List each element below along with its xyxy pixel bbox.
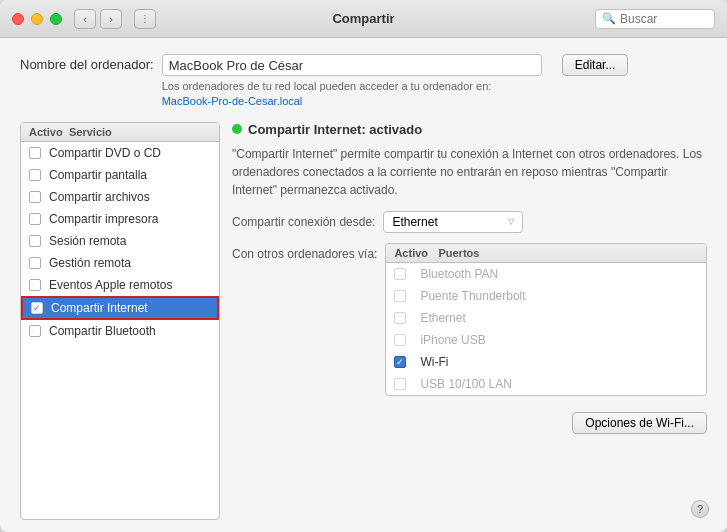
net-active-col-header: Activo bbox=[394, 247, 438, 259]
titlebar: ‹ › ⋮ Compartir 🔍 bbox=[0, 0, 727, 38]
service-checkbox-eventos[interactable] bbox=[29, 279, 41, 291]
main-window: ‹ › ⋮ Compartir 🔍 Nombre del ordenador: … bbox=[0, 0, 727, 532]
window-title: Compartir bbox=[332, 11, 394, 26]
network-label-ethernet: Ethernet bbox=[420, 311, 465, 325]
back-button[interactable]: ‹ bbox=[74, 9, 96, 29]
network-item-thunderbolt[interactable]: Puente Thunderbolt bbox=[386, 285, 706, 307]
content-area: Nombre del ordenador: Editar... Los orde… bbox=[0, 38, 727, 532]
status-title: Compartir Internet: activado bbox=[248, 122, 422, 137]
computer-name-label: Nombre del ordenador: bbox=[20, 54, 162, 72]
computer-name-input[interactable] bbox=[162, 54, 542, 76]
network-checkbox-usb-lan[interactable] bbox=[394, 378, 406, 390]
network-table-wrapper: Con otros ordenadores vía: Activo Puerto… bbox=[232, 243, 707, 396]
service-item-dvd[interactable]: Compartir DVD o CD bbox=[21, 142, 219, 164]
status-indicator bbox=[232, 124, 242, 134]
network-item-ethernet[interactable]: Ethernet bbox=[386, 307, 706, 329]
edit-button[interactable]: Editar... bbox=[562, 54, 629, 76]
service-item-gestion[interactable]: Gestión remota bbox=[21, 252, 219, 274]
close-button[interactable] bbox=[12, 13, 24, 25]
services-header: Activo Servicio bbox=[21, 123, 219, 142]
network-table-header: Activo Puertos bbox=[386, 244, 706, 263]
connection-from-value: Ethernet bbox=[392, 215, 437, 229]
service-item-bluetooth[interactable]: Compartir Bluetooth bbox=[21, 320, 219, 342]
service-checkbox-dvd[interactable] bbox=[29, 147, 41, 159]
minimize-button[interactable] bbox=[31, 13, 43, 25]
description-text: "Compartir Internet" permite compartir t… bbox=[232, 145, 707, 199]
chevron-down-icon: ▽ bbox=[508, 217, 514, 226]
service-label-bluetooth: Compartir Bluetooth bbox=[49, 324, 156, 338]
service-checkbox-internet[interactable]: ✓ bbox=[31, 302, 43, 314]
service-checkbox-archivos[interactable] bbox=[29, 191, 41, 203]
service-item-archivos[interactable]: Compartir archivos bbox=[21, 186, 219, 208]
network-label-wifi: Wi-Fi bbox=[420, 355, 448, 369]
network-label-iphone-usb: iPhone USB bbox=[420, 333, 485, 347]
service-item-eventos[interactable]: Eventos Apple remotos bbox=[21, 274, 219, 296]
active-col-header: Activo bbox=[29, 126, 69, 138]
status-row: Compartir Internet: activado bbox=[232, 122, 707, 137]
net-ports-col-header: Puertos bbox=[438, 247, 698, 259]
local-hostname: MacBook-Pro-de-Cesar.local bbox=[162, 95, 303, 107]
network-checkbox-thunderbolt[interactable] bbox=[394, 290, 406, 302]
service-item-internet[interactable]: ✓ Compartir Internet bbox=[21, 296, 219, 320]
forward-button[interactable]: › bbox=[100, 9, 122, 29]
network-checkbox-iphone-usb[interactable] bbox=[394, 334, 406, 346]
traffic-lights bbox=[12, 13, 62, 25]
network-checkbox-wifi[interactable]: ✓ bbox=[394, 356, 406, 368]
service-label-eventos: Eventos Apple remotos bbox=[49, 278, 172, 292]
network-table: Activo Puertos Bluetooth PAN Puente Thun… bbox=[385, 243, 707, 396]
network-item-usb-lan[interactable]: USB 10/100 LAN bbox=[386, 373, 706, 395]
network-item-bluetooth-pan[interactable]: Bluetooth PAN bbox=[386, 263, 706, 285]
right-panel: Compartir Internet: activado "Compartir … bbox=[232, 122, 707, 520]
service-item-impresora[interactable]: Compartir impresora bbox=[21, 208, 219, 230]
search-bar[interactable]: 🔍 bbox=[595, 9, 715, 29]
with-others-label: Con otros ordenadores vía: bbox=[232, 243, 377, 261]
service-label-impresora: Compartir impresora bbox=[49, 212, 158, 226]
services-items: Compartir DVD o CD Compartir pantalla Co… bbox=[21, 142, 219, 519]
service-col-header: Servicio bbox=[69, 126, 211, 138]
service-item-sesion[interactable]: Sesión remota bbox=[21, 230, 219, 252]
service-checkbox-impresora[interactable] bbox=[29, 213, 41, 225]
network-checkbox-bluetooth-pan[interactable] bbox=[394, 268, 406, 280]
connection-from-row: Compartir conexión desde: Ethernet ▽ bbox=[232, 211, 707, 233]
service-checkbox-sesion[interactable] bbox=[29, 235, 41, 247]
computer-name-section: Nombre del ordenador: Editar... Los orde… bbox=[20, 54, 707, 110]
connection-from-label: Compartir conexión desde: bbox=[232, 215, 375, 229]
service-label-sesion: Sesión remota bbox=[49, 234, 126, 248]
connection-from-dropdown[interactable]: Ethernet ▽ bbox=[383, 211, 523, 233]
network-label-usb-lan: USB 10/100 LAN bbox=[420, 377, 511, 391]
maximize-button[interactable] bbox=[50, 13, 62, 25]
search-icon: 🔍 bbox=[602, 12, 616, 25]
service-label-pantalla: Compartir pantalla bbox=[49, 168, 147, 182]
service-label-archivos: Compartir archivos bbox=[49, 190, 150, 204]
network-label-thunderbolt: Puente Thunderbolt bbox=[420, 289, 525, 303]
service-label-dvd: Compartir DVD o CD bbox=[49, 146, 161, 160]
service-checkbox-bluetooth[interactable] bbox=[29, 325, 41, 337]
network-label-bluetooth-pan: Bluetooth PAN bbox=[420, 267, 498, 281]
network-checkbox-ethernet[interactable] bbox=[394, 312, 406, 324]
services-list: Activo Servicio Compartir DVD o CD Compa… bbox=[20, 122, 220, 520]
help-button[interactable]: ? bbox=[691, 500, 709, 518]
service-label-gestion: Gestión remota bbox=[49, 256, 131, 270]
wifi-options-button[interactable]: Opciones de Wi-Fi... bbox=[572, 412, 707, 434]
search-input[interactable] bbox=[620, 12, 710, 26]
service-checkbox-pantalla[interactable] bbox=[29, 169, 41, 181]
service-label-internet: Compartir Internet bbox=[51, 301, 148, 315]
network-item-iphone-usb[interactable]: iPhone USB bbox=[386, 329, 706, 351]
service-item-pantalla[interactable]: Compartir pantalla bbox=[21, 164, 219, 186]
main-panel: Activo Servicio Compartir DVD o CD Compa… bbox=[20, 122, 707, 520]
computer-name-subtext: Los ordenadores de tu red local pueden a… bbox=[162, 79, 707, 110]
nav-buttons: ‹ › bbox=[74, 9, 122, 29]
service-checkbox-gestion[interactable] bbox=[29, 257, 41, 269]
grid-button[interactable]: ⋮ bbox=[134, 9, 156, 29]
name-field-area: Editar... Los ordenadores de tu red loca… bbox=[162, 54, 707, 110]
network-item-wifi[interactable]: ✓ Wi-Fi bbox=[386, 351, 706, 373]
